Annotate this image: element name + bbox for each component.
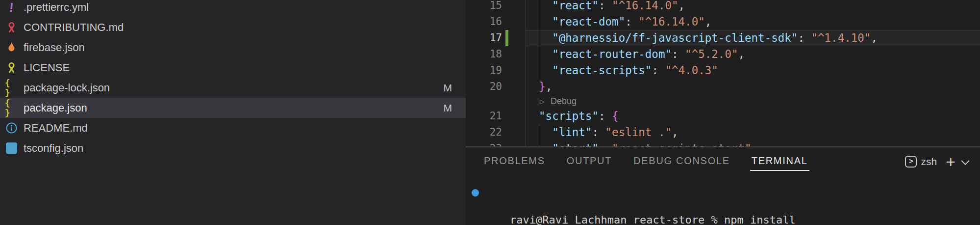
panel-tab-terminal[interactable]: TERMINAL [752, 155, 808, 171]
json-braces-icon: { } [5, 78, 18, 98]
terminal-line: ravi@Ravi Lachhman react-store % npm ins… [484, 186, 828, 199]
chevron-down-icon[interactable] [961, 157, 970, 165]
line-number: 22 [466, 124, 502, 141]
file-label: package-lock.json [24, 82, 438, 94]
file-label: package.json [24, 102, 438, 114]
file-row-firebase-json[interactable]: firebase.json [0, 37, 466, 57]
line-number: 23 [466, 141, 502, 146]
terminal-panel: PROBLEMSOUTPUTDEBUG CONSOLETERMINAL > zs… [466, 146, 980, 225]
file-label: firebase.json [24, 41, 452, 54]
line-number: 18 [466, 46, 502, 62]
file-row-tsconfig-json[interactable]: TS tsconfig.json [0, 138, 466, 158]
json-braces-icon: { } [5, 98, 18, 118]
file-icon-slot: { } [5, 81, 18, 94]
firebase-flame-icon [5, 41, 18, 54]
file-icon-slot [5, 121, 18, 135]
file-row-contributing-md[interactable]: CONTRIBUTING.md [0, 17, 466, 37]
panel-tab-bar: PROBLEMSOUTPUTDEBUG CONSOLETERMINAL [484, 155, 808, 171]
file-label: README.md [24, 122, 452, 135]
file-icon-slot [5, 41, 18, 54]
ribbon-icon [5, 61, 18, 74]
new-terminal-button[interactable]: + [946, 156, 955, 168]
file-row-prettierrc-yml[interactable]: ! .prettierrc.yml [0, 0, 466, 17]
file-icon-slot: ! [5, 0, 18, 14]
explorer-sidebar: ! .prettierrc.yml CONTRIBUTING.md fireba… [0, 0, 466, 225]
file-row-license[interactable]: LICENSE [0, 57, 466, 78]
code-line[interactable]: 22 "lint": "eslint .", [466, 124, 980, 141]
terminal-line: added 3 packages, and audited 2032 packa… [484, 211, 828, 225]
file-row-package-json[interactable]: { } package.json M [0, 98, 466, 118]
panel-tab-output[interactable]: OUTPUT [567, 155, 612, 171]
line-number: 19 [466, 62, 502, 79]
codelens-row: ▷ Debug [466, 95, 980, 108]
git-modified-badge: M [444, 102, 452, 114]
code-line[interactable]: 21 "scripts": { [466, 108, 980, 124]
file-icon-slot: TS [5, 141, 18, 155]
git-modified-gutter [505, 30, 508, 46]
panel-tab-debug-console[interactable]: DEBUG CONSOLE [633, 155, 730, 171]
code-text: "react": "^16.14.0", [526, 0, 685, 14]
command-decoration-dot[interactable] [472, 189, 479, 197]
prettier-icon: ! [9, 1, 14, 14]
file-label: tsconfig.json [24, 142, 452, 155]
editor-lines: 15 "react": "^16.14.0", 16 "react-dom": … [466, 0, 980, 146]
code-editor[interactable]: 15 "react": "^16.14.0", 16 "react-dom": … [466, 0, 980, 146]
file-label: LICENSE [24, 61, 452, 74]
code-text: "lint": "eslint .", [526, 124, 678, 141]
terminal-controls: > zsh + [905, 156, 968, 168]
ribbon-icon [5, 21, 18, 33]
code-text: "react-scripts": "^4.0.3" [526, 62, 718, 79]
line-number: 20 [466, 79, 502, 95]
line-number: 17 [466, 30, 502, 46]
code-text: "start": "react-scripts start", [526, 141, 758, 146]
debug-codelens[interactable]: Debug [551, 96, 577, 106]
line-number: 16 [466, 14, 502, 30]
typescript-icon: TS [6, 142, 17, 154]
info-icon [5, 122, 18, 134]
code-text: }, [526, 79, 552, 95]
line-number: 15 [466, 0, 502, 14]
terminal-icon: > [905, 156, 917, 168]
panel-tab-problems[interactable]: PROBLEMS [484, 155, 545, 171]
code-line[interactable]: 17 "@harnessio/ff-javascript-client-sdk"… [466, 30, 980, 46]
shell-label: zsh [921, 156, 937, 168]
file-row-package-lock-json[interactable]: { } package-lock.json M [0, 78, 466, 98]
file-icon-slot [5, 21, 18, 34]
line-number: 21 [466, 108, 502, 124]
code-line[interactable]: 20 }, [466, 79, 980, 95]
run-triangle-icon: ▷ [540, 98, 545, 105]
file-label: CONTRIBUTING.md [24, 21, 452, 34]
code-text: "@harnessio/ff-javascript-client-sdk": "… [526, 30, 878, 46]
code-line[interactable]: 23 "start": "react-scripts start", [466, 141, 980, 146]
code-line[interactable]: 18 "react-router-dom": "^5.2.0", [466, 46, 980, 62]
code-text: "react-dom": "^16.14.0", [526, 14, 711, 30]
file-row-readme-md[interactable]: README.md [0, 118, 466, 138]
code-line[interactable]: 15 "react": "^16.14.0", [466, 0, 980, 14]
code-text: "react-router-dom": "^5.2.0", [526, 46, 745, 62]
file-icon-slot [5, 61, 18, 74]
vscode-window: ! .prettierrc.yml CONTRIBUTING.md fireba… [0, 0, 980, 225]
code-text: "scripts": { [526, 108, 619, 124]
file-label: .prettierrc.yml [24, 1, 452, 14]
file-icon-slot: { } [5, 101, 18, 114]
git-modified-badge: M [444, 82, 452, 94]
code-line[interactable]: 16 "react-dom": "^16.14.0", [466, 14, 980, 30]
code-line[interactable]: 19 "react-scripts": "^4.0.3" [466, 62, 980, 79]
shell-selector-button[interactable]: > zsh [905, 156, 937, 168]
file-list: ! .prettierrc.yml CONTRIBUTING.md fireba… [0, 0, 466, 158]
terminal-view[interactable]: ravi@Ravi Lachhman react-store % npm ins… [484, 186, 828, 225]
